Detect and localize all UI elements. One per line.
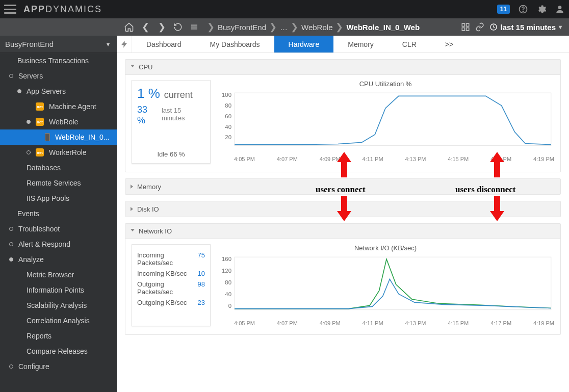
- svg-point-1: [523, 11, 523, 12]
- tab-more[interactable]: >>: [431, 36, 468, 53]
- svg-text:80: 80: [225, 102, 231, 109]
- link-icon[interactable]: [475, 22, 484, 32]
- cpu-summary-card: 1 %current 33 %last 15 minutes Idle 66 %: [132, 80, 211, 164]
- sidebar-item-analyze[interactable]: Analyze: [0, 252, 117, 267]
- tab-my-dashboards[interactable]: My Dashboards: [196, 36, 274, 53]
- net-stat-value: 10: [198, 270, 205, 277]
- net-stat-label: Outgoing Packets/sec: [137, 280, 198, 296]
- annotation-disconnect: users disconnect: [455, 185, 516, 195]
- menu-icon[interactable]: [4, 5, 16, 14]
- svg-text:100: 100: [222, 92, 231, 98]
- chevron-down-icon: ▾: [107, 41, 110, 47]
- tab-dashboard[interactable]: Dashboard: [132, 36, 196, 53]
- server-icon: [45, 133, 50, 141]
- network-summary-card: Incoming Packets/sec75 Incoming KB/sec10…: [132, 244, 211, 326]
- sidebar: BusyFrontEnd ▾ Business Transactions Ser…: [0, 36, 117, 392]
- panel-network-io: Network IO Incoming Packets/sec75 Incomi…: [125, 223, 561, 335]
- sidebar-item-webrole[interactable]: netWebRole: [0, 114, 117, 129]
- brand-logo: APPDYNAMICS: [23, 4, 102, 15]
- svg-text:0: 0: [228, 303, 231, 309]
- svg-text:80: 80: [225, 279, 231, 285]
- svg-text:60: 60: [225, 113, 231, 119]
- svg-rect-16: [235, 93, 551, 145]
- crumb-1[interactable]: …: [280, 23, 288, 32]
- crumb-2[interactable]: WebRole: [301, 23, 332, 32]
- net-stat-label: Incoming KB/sec: [137, 270, 187, 277]
- svg-rect-9: [466, 28, 469, 31]
- cpu-current-label: current: [164, 90, 193, 100]
- nav-forward-icon[interactable]: ❯: [155, 20, 168, 34]
- sidebar-item-troubleshoot[interactable]: Troubleshoot: [0, 221, 117, 237]
- panel-cpu-header[interactable]: CPU: [125, 60, 560, 75]
- sidebar-item-alert-respond[interactable]: Alert & Respond: [0, 237, 117, 252]
- hex-icon: net: [36, 102, 44, 111]
- sidebar-item-compare-releases[interactable]: Compare Releases: [0, 344, 117, 359]
- tab-hardware[interactable]: Hardware: [274, 36, 334, 53]
- bolt-icon[interactable]: [117, 36, 132, 53]
- sidebar-item-events[interactable]: Events: [0, 206, 117, 221]
- grid-icon[interactable]: [461, 22, 470, 32]
- sidebar-item-business-transactions[interactable]: Business Transactions: [0, 53, 117, 68]
- svg-text:20: 20: [225, 134, 231, 140]
- sidebar-app-name: BusyFrontEnd: [5, 40, 54, 48]
- brand-text-a: APP: [23, 4, 45, 14]
- help-icon[interactable]: [518, 4, 528, 14]
- arrow-up-icon: [335, 151, 353, 178]
- svg-text:120: 120: [222, 268, 231, 274]
- sidebar-app-selector[interactable]: BusyFrontEnd ▾: [0, 36, 117, 53]
- brand-text-b: DYNAMICS: [45, 4, 102, 14]
- home-icon[interactable]: [122, 20, 136, 34]
- cpu-chart-title: CPU Utilization %: [217, 80, 554, 88]
- svg-text:160: 160: [222, 256, 231, 262]
- arrow-down-icon: [488, 195, 506, 222]
- sidebar-item-metric-browser[interactable]: Metric Browser: [0, 267, 117, 282]
- sidebar-item-information-points[interactable]: Information Points: [0, 282, 117, 298]
- panel-cpu-title: CPU: [139, 63, 152, 71]
- svg-rect-22: [235, 257, 551, 309]
- svg-text:40: 40: [225, 124, 231, 130]
- cpu-idle-label: Idle 66 %: [137, 143, 205, 158]
- collapse-icon: [131, 65, 135, 69]
- notification-badge[interactable]: 11: [497, 5, 510, 14]
- panel-network-io-header[interactable]: Network IO: [125, 224, 560, 239]
- cpu-avg-label: last 15 minutes: [162, 107, 205, 122]
- net-stat-label: Outgoing KB/sec: [137, 299, 187, 306]
- nav-back-icon[interactable]: ❮: [139, 20, 152, 34]
- sidebar-item-app-servers[interactable]: App Servers: [0, 84, 117, 99]
- network-chart: Network I/O (KB/sec) 160 120 80 40 0: [217, 244, 554, 326]
- time-range-selector[interactable]: last 15 minutes ▾: [489, 23, 562, 32]
- panel-disk-io-title: Disk IO: [137, 205, 159, 213]
- sidebar-item-configure[interactable]: Configure: [0, 359, 117, 374]
- expand-icon: [131, 207, 133, 211]
- crumb-3: WebRole_IN_0_Web: [346, 23, 420, 32]
- cpu-current-value: 1 %: [137, 86, 160, 101]
- panel-network-io-title: Network IO: [139, 227, 172, 235]
- net-stat-value: 98: [198, 280, 205, 296]
- sidebar-item-webrole-in-0[interactable]: WebRole_IN_0...: [0, 129, 117, 145]
- svg-rect-7: [466, 23, 469, 26]
- tab-clr[interactable]: CLR: [388, 36, 431, 53]
- sidebar-item-iis-app-pools[interactable]: IIS App Pools: [0, 191, 117, 206]
- cpu-avg-value: 33 %: [137, 104, 158, 126]
- crumb-0[interactable]: BusyFrontEnd: [218, 23, 266, 32]
- sidebar-item-remote-services[interactable]: Remote Services: [0, 175, 117, 191]
- network-chart-title: Network I/O (KB/sec): [217, 244, 554, 252]
- tab-memory[interactable]: Memory: [333, 36, 388, 53]
- net-stat-value: 23: [198, 299, 205, 306]
- user-icon[interactable]: [555, 4, 565, 14]
- refresh-icon[interactable]: [171, 20, 185, 34]
- time-range-label: last 15 minutes: [501, 23, 556, 32]
- sidebar-item-correlation-analysis[interactable]: Correlation Analysis: [0, 313, 117, 328]
- sidebar-item-workerrole[interactable]: netWorkerRole: [0, 145, 117, 160]
- hex-icon: net: [36, 148, 44, 156]
- sidebar-item-scalability-analysis[interactable]: Scalability Analysis: [0, 298, 117, 313]
- svg-rect-8: [462, 28, 464, 31]
- sidebar-item-databases[interactable]: Databases: [0, 160, 117, 175]
- sidebar-item-reports[interactable]: Reports: [0, 328, 117, 344]
- tab-bar: Dashboard My Dashboards Hardware Memory …: [117, 36, 569, 53]
- list-icon[interactable]: [188, 20, 201, 34]
- svg-text:40: 40: [225, 291, 231, 297]
- gear-icon[interactable]: [536, 4, 547, 14]
- sidebar-item-servers[interactable]: Servers: [0, 68, 117, 84]
- sidebar-item-machine-agent[interactable]: netMachine Agent: [0, 99, 117, 114]
